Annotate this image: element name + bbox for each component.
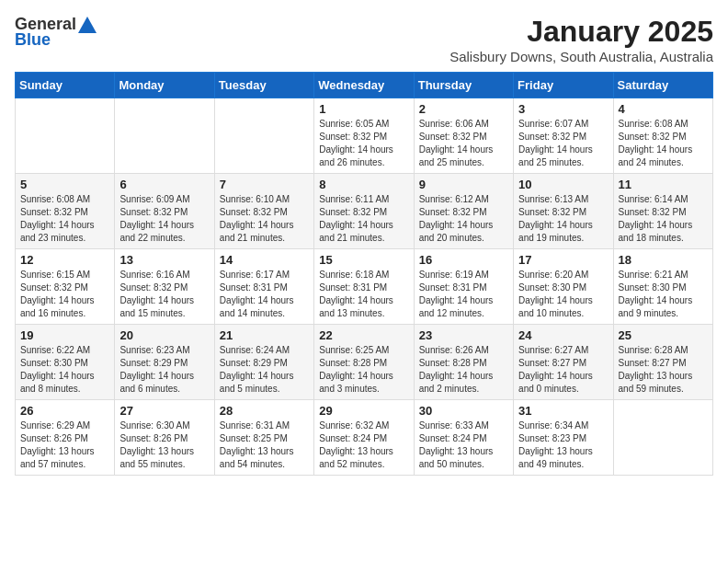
table-row: 5Sunrise: 6:08 AMSunset: 8:32 PMDaylight…: [16, 174, 115, 249]
day-info: Sunrise: 6:06 AMSunset: 8:32 PMDaylight:…: [419, 118, 508, 169]
table-row: 23Sunrise: 6:26 AMSunset: 8:28 PMDayligh…: [414, 325, 513, 400]
day-number: 30: [419, 404, 508, 418]
day-number: 18: [619, 253, 708, 267]
day-number: 27: [119, 404, 209, 418]
day-info: Sunrise: 6:33 AMSunset: 8:24 PMDaylight:…: [419, 419, 508, 471]
day-info: Sunrise: 6:11 AMSunset: 8:32 PMDaylight:…: [319, 193, 408, 245]
day-info: Sunrise: 6:17 AMSunset: 8:31 PMDaylight:…: [220, 269, 309, 320]
table-row: 17Sunrise: 6:20 AMSunset: 8:30 PMDayligh…: [514, 249, 613, 325]
table-row: 19Sunrise: 6:22 AMSunset: 8:30 PMDayligh…: [16, 325, 115, 400]
calendar-title: January 2025: [449, 15, 713, 49]
day-info: Sunrise: 6:31 AMSunset: 8:25 PMDaylight:…: [220, 419, 309, 471]
day-info: Sunrise: 6:09 AMSunset: 8:32 PMDaylight:…: [119, 193, 209, 245]
logo-triangle-icon: [78, 17, 97, 33]
day-info: Sunrise: 6:29 AMSunset: 8:26 PMDaylight:…: [20, 419, 109, 471]
day-number: 17: [518, 253, 608, 267]
table-row: 10Sunrise: 6:13 AMSunset: 8:32 PMDayligh…: [514, 174, 613, 249]
table-row: [214, 98, 313, 174]
day-number: 4: [619, 102, 708, 116]
day-info: Sunrise: 6:12 AMSunset: 8:32 PMDaylight:…: [419, 193, 508, 245]
header-wednesday: Wednesday: [314, 73, 414, 98]
day-info: Sunrise: 6:22 AMSunset: 8:30 PMDaylight:…: [20, 344, 109, 396]
week-row-0: 1Sunrise: 6:05 AMSunset: 8:32 PMDaylight…: [16, 98, 713, 174]
table-row: [613, 400, 712, 476]
title-block: January 2025 Salisbury Downs, South Aust…: [449, 15, 713, 64]
table-row: 14Sunrise: 6:17 AMSunset: 8:31 PMDayligh…: [214, 249, 313, 325]
day-number: 26: [20, 404, 109, 418]
day-number: 31: [518, 404, 608, 418]
table-row: 21Sunrise: 6:24 AMSunset: 8:29 PMDayligh…: [214, 325, 313, 400]
day-info: Sunrise: 6:05 AMSunset: 8:32 PMDaylight:…: [319, 118, 408, 169]
header-tuesday: Tuesday: [214, 73, 313, 98]
day-number: 15: [319, 253, 408, 267]
day-number: 2: [419, 102, 508, 116]
day-info: Sunrise: 6:23 AMSunset: 8:29 PMDaylight:…: [119, 344, 209, 396]
day-info: Sunrise: 6:10 AMSunset: 8:32 PMDaylight:…: [220, 193, 309, 245]
table-row: 29Sunrise: 6:32 AMSunset: 8:24 PMDayligh…: [314, 400, 414, 476]
day-info: Sunrise: 6:08 AMSunset: 8:32 PMDaylight:…: [619, 118, 708, 169]
day-number: 6: [119, 178, 209, 191]
day-number: 16: [419, 253, 508, 267]
day-number: 7: [220, 178, 309, 191]
header-thursday: Thursday: [414, 73, 513, 98]
table-row: 7Sunrise: 6:10 AMSunset: 8:32 PMDaylight…: [214, 174, 313, 249]
page-header: General Blue January 2025 Salisbury Down…: [15, 15, 713, 64]
week-row-2: 12Sunrise: 6:15 AMSunset: 8:32 PMDayligh…: [16, 249, 713, 325]
table-row: 16Sunrise: 6:19 AMSunset: 8:31 PMDayligh…: [414, 249, 513, 325]
calendar-location: Salisbury Downs, South Australia, Austra…: [449, 49, 713, 64]
day-info: Sunrise: 6:30 AMSunset: 8:26 PMDaylight:…: [119, 419, 209, 471]
table-row: 30Sunrise: 6:33 AMSunset: 8:24 PMDayligh…: [414, 400, 513, 476]
day-number: 10: [518, 178, 608, 191]
day-number: 9: [419, 178, 508, 191]
week-row-3: 19Sunrise: 6:22 AMSunset: 8:30 PMDayligh…: [16, 325, 713, 400]
table-row: 24Sunrise: 6:27 AMSunset: 8:27 PMDayligh…: [514, 325, 613, 400]
day-number: 11: [619, 178, 708, 191]
day-info: Sunrise: 6:34 AMSunset: 8:23 PMDaylight:…: [518, 419, 608, 471]
day-number: 28: [220, 404, 309, 418]
day-number: 29: [319, 404, 408, 418]
table-row: 3Sunrise: 6:07 AMSunset: 8:32 PMDaylight…: [514, 98, 613, 174]
table-row: 12Sunrise: 6:15 AMSunset: 8:32 PMDayligh…: [16, 249, 115, 325]
header-monday: Monday: [115, 73, 214, 98]
day-info: Sunrise: 6:32 AMSunset: 8:24 PMDaylight:…: [319, 419, 408, 471]
day-number: 5: [20, 178, 109, 191]
table-row: 13Sunrise: 6:16 AMSunset: 8:32 PMDayligh…: [115, 249, 214, 325]
calendar-table: Sunday Monday Tuesday Wednesday Thursday…: [15, 72, 713, 476]
day-number: 20: [119, 328, 209, 342]
table-row: 18Sunrise: 6:21 AMSunset: 8:30 PMDayligh…: [613, 249, 712, 325]
table-row: 26Sunrise: 6:29 AMSunset: 8:26 PMDayligh…: [16, 400, 115, 476]
header-friday: Friday: [514, 73, 613, 98]
day-info: Sunrise: 6:25 AMSunset: 8:28 PMDaylight:…: [319, 344, 408, 396]
table-row: 2Sunrise: 6:06 AMSunset: 8:32 PMDaylight…: [414, 98, 513, 174]
day-info: Sunrise: 6:16 AMSunset: 8:32 PMDaylight:…: [119, 269, 209, 320]
day-info: Sunrise: 6:26 AMSunset: 8:28 PMDaylight:…: [419, 344, 508, 396]
day-info: Sunrise: 6:15 AMSunset: 8:32 PMDaylight:…: [20, 269, 109, 320]
table-row: 1Sunrise: 6:05 AMSunset: 8:32 PMDaylight…: [314, 98, 414, 174]
table-row: 22Sunrise: 6:25 AMSunset: 8:28 PMDayligh…: [314, 325, 414, 400]
day-number: 8: [319, 178, 408, 191]
table-row: 20Sunrise: 6:23 AMSunset: 8:29 PMDayligh…: [115, 325, 214, 400]
day-number: 3: [518, 102, 608, 116]
day-number: 21: [220, 328, 309, 342]
table-row: 28Sunrise: 6:31 AMSunset: 8:25 PMDayligh…: [214, 400, 313, 476]
day-info: Sunrise: 6:27 AMSunset: 8:27 PMDaylight:…: [518, 344, 608, 396]
day-info: Sunrise: 6:18 AMSunset: 8:31 PMDaylight:…: [319, 269, 408, 320]
day-info: Sunrise: 6:20 AMSunset: 8:30 PMDaylight:…: [518, 269, 608, 320]
weekday-header-row: Sunday Monday Tuesday Wednesday Thursday…: [16, 73, 713, 98]
week-row-1: 5Sunrise: 6:08 AMSunset: 8:32 PMDaylight…: [16, 174, 713, 249]
day-info: Sunrise: 6:08 AMSunset: 8:32 PMDaylight:…: [20, 193, 109, 245]
table-row: [115, 98, 214, 174]
day-number: 23: [419, 328, 508, 342]
day-number: 12: [20, 253, 109, 267]
logo: General Blue: [15, 15, 97, 50]
table-row: 25Sunrise: 6:28 AMSunset: 8:27 PMDayligh…: [613, 325, 712, 400]
table-row: 15Sunrise: 6:18 AMSunset: 8:31 PMDayligh…: [314, 249, 414, 325]
day-number: 19: [20, 328, 109, 342]
day-number: 1: [319, 102, 408, 116]
day-info: Sunrise: 6:14 AMSunset: 8:32 PMDaylight:…: [619, 193, 708, 245]
table-row: 4Sunrise: 6:08 AMSunset: 8:32 PMDaylight…: [613, 98, 712, 174]
day-number: 25: [619, 328, 708, 342]
header-sunday: Sunday: [16, 73, 115, 98]
day-number: 13: [119, 253, 209, 267]
day-info: Sunrise: 6:13 AMSunset: 8:32 PMDaylight:…: [518, 193, 608, 245]
